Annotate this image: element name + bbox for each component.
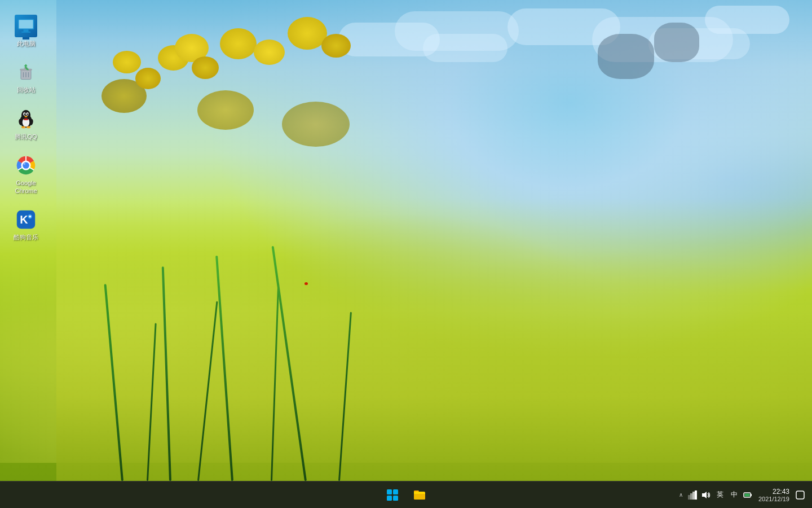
monitor-icon: [15, 15, 37, 37]
tray-power-icon[interactable]: [743, 490, 753, 500]
desktop-icon-chrome[interactable]: Google Chrome: [6, 151, 46, 199]
tray-show-hidden-button[interactable]: ∧: [678, 492, 684, 498]
desktop: 此电脑 回收站: [0, 0, 812, 481]
taskbar-center: [380, 483, 432, 507]
chrome-icon: [15, 154, 37, 177]
svg-point-17: [27, 113, 29, 115]
desktop-icon-label-my-computer: 此电脑: [7, 40, 45, 47]
tray-notification-button[interactable]: [795, 490, 805, 500]
svg-point-16: [24, 113, 25, 115]
svg-rect-3: [21, 32, 30, 33]
svg-point-21: [27, 126, 30, 128]
tray-time: 22:43: [758, 488, 789, 496]
svg-point-18: [24, 116, 27, 117]
qq-icon: [15, 108, 37, 130]
file-explorer-button[interactable]: [407, 483, 432, 507]
recycle-icon: [15, 61, 37, 84]
svg-rect-35: [387, 496, 392, 501]
file-explorer-icon: [413, 488, 426, 502]
svg-rect-33: [387, 489, 392, 494]
svg-point-28: [24, 163, 26, 165]
tray-datetime[interactable]: 22:43 2021/12/19: [756, 488, 792, 502]
desktop-icon-label-recycle-bin: 回收站: [7, 86, 45, 94]
svg-rect-19: [24, 119, 28, 120]
desktop-icon-qq[interactable]: 腾讯QQ: [6, 104, 46, 144]
tray-language-indicator[interactable]: 英: [714, 490, 726, 500]
windows-logo-icon: [386, 489, 399, 501]
svg-marker-41: [702, 492, 707, 498]
svg-rect-45: [796, 491, 804, 499]
desktop-icon-kuwo[interactable]: K 酷狗音乐: [6, 205, 46, 244]
svg-rect-1: [19, 20, 33, 28]
svg-text:K: K: [20, 214, 28, 226]
desktop-icon-my-computer[interactable]: 此电脑: [6, 11, 46, 51]
desktop-icon-label-qq: 腾讯QQ: [7, 133, 45, 141]
kuwo-icon: K: [15, 208, 37, 231]
taskbar: ∧ 英 中: [0, 481, 812, 508]
desktop-icon-label-kuwo: 酷狗音乐: [7, 233, 45, 241]
svg-rect-44: [744, 493, 749, 496]
svg-rect-38: [690, 493, 692, 500]
desktop-icon-recycle-bin[interactable]: 回收站: [6, 58, 46, 97]
tray-network-icon[interactable]: [687, 490, 698, 500]
desktop-icon-label-chrome: Google Chrome: [7, 179, 45, 195]
tray-ime-icon[interactable]: 中: [729, 490, 739, 500]
svg-point-32: [29, 216, 31, 218]
svg-rect-40: [695, 491, 697, 500]
system-tray: ∧ 英 中: [678, 488, 812, 502]
tray-speaker-icon[interactable]: [701, 490, 711, 500]
svg-rect-2: [24, 29, 29, 32]
svg-point-20: [21, 126, 25, 128]
svg-rect-43: [751, 494, 752, 496]
svg-rect-39: [692, 492, 695, 500]
svg-rect-37: [688, 495, 690, 500]
start-button[interactable]: [380, 483, 405, 507]
tray-date: 2021/12/19: [758, 496, 789, 502]
svg-rect-34: [393, 489, 398, 494]
svg-rect-36: [393, 496, 398, 501]
